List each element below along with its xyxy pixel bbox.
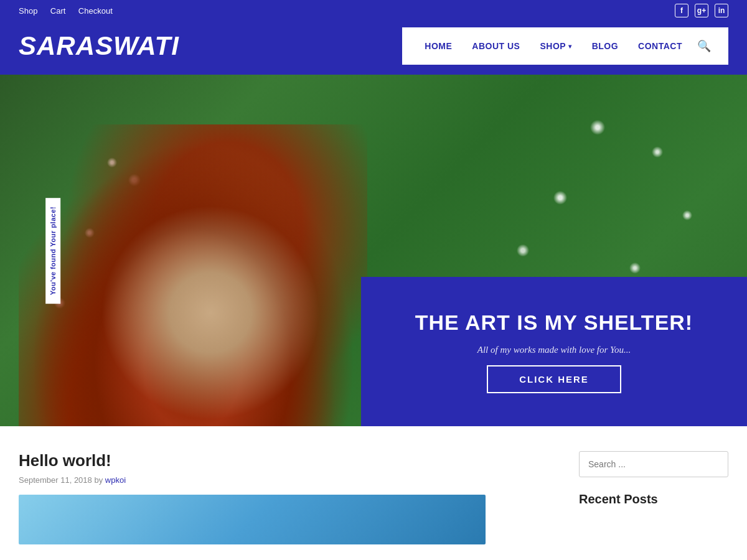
nav-about[interactable]: ABOUT US: [462, 27, 530, 65]
hero-subtitle: All of my works made with love for You..…: [477, 345, 631, 355]
hero-section: You've found Your place! THE ART IS MY S…: [0, 75, 747, 426]
main-nav: HOME ABOUT US SHOP ▾ BLOG CONTACT 🔍: [402, 27, 728, 65]
linkedin-icon[interactable]: in: [715, 4, 728, 17]
posts-area: Hello world! September 11, 2018 by wpkoi: [19, 451, 554, 544]
nav-contact[interactable]: CONTACT: [628, 27, 692, 65]
post-date: September 11, 2018: [19, 475, 92, 485]
nav-search-icon[interactable]: 🔍: [692, 39, 716, 53]
hero-face-overlay: [19, 124, 367, 426]
table-row: Hello world! September 11, 2018 by wpkoi: [19, 451, 554, 544]
top-bar-links: Shop Cart Checkout: [19, 5, 123, 16]
nav-home[interactable]: HOME: [415, 27, 462, 65]
site-header: SARASWATI HOME ABOUT US SHOP ▾ BLOG CONT…: [0, 21, 747, 75]
checkout-link[interactable]: Checkout: [78, 6, 113, 16]
side-tab: You've found Your place!: [45, 197, 60, 303]
main-content: Hello world! September 11, 2018 by wpkoi…: [0, 426, 747, 560]
facebook-icon[interactable]: f: [675, 4, 688, 17]
social-icons: f g+ in: [675, 4, 728, 17]
recent-posts-title: Recent Posts: [579, 492, 728, 506]
nav-shop[interactable]: SHOP ▾: [530, 27, 581, 65]
search-input[interactable]: [579, 451, 728, 477]
nav-blog[interactable]: BLOG: [582, 27, 628, 65]
post-meta: September 11, 2018 by wpkoi: [19, 475, 554, 485]
shop-dropdown-arrow: ▾: [568, 43, 572, 50]
site-logo[interactable]: SARASWATI: [19, 31, 179, 61]
hero-overlay: THE ART IS MY SHELTER! All of my works m…: [361, 277, 747, 426]
google-plus-icon[interactable]: g+: [695, 4, 708, 17]
post-image-preview[interactable]: [19, 495, 486, 544]
cart-link[interactable]: Cart: [50, 6, 66, 16]
post-author[interactable]: wpkoi: [105, 475, 126, 485]
hero-title: THE ART IS MY SHELTER!: [415, 310, 693, 335]
post-title[interactable]: Hello world!: [19, 451, 554, 470]
sidebar: Recent Posts: [579, 451, 728, 544]
shop-link[interactable]: Shop: [19, 6, 37, 16]
hero-cta-button[interactable]: CLICK HERE: [487, 365, 621, 393]
top-bar: Shop Cart Checkout f g+ in: [0, 0, 747, 21]
by-text: by: [94, 475, 105, 485]
